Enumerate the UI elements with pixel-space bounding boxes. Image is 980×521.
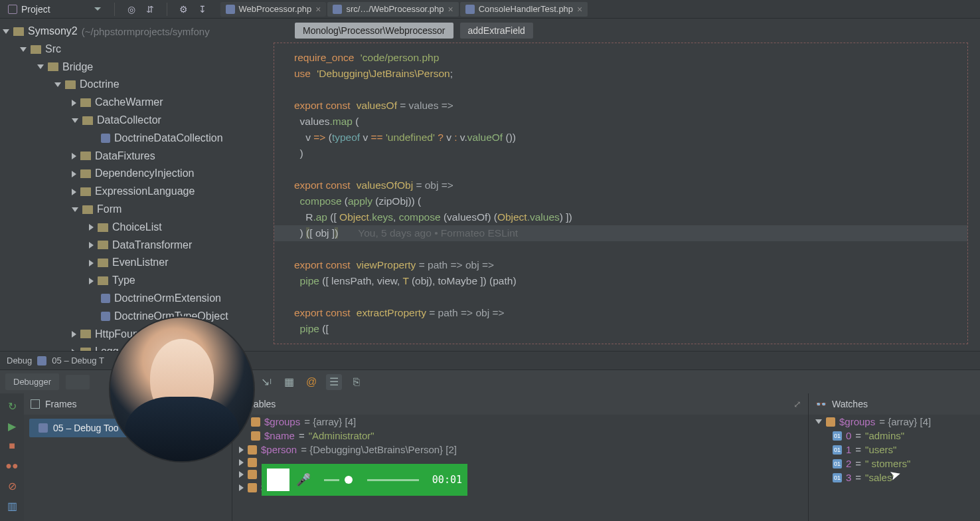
chevron-down-icon[interactable] [37, 64, 44, 69]
breakpoints-icon[interactable]: ●● [6, 460, 18, 472]
breadcrumb-method[interactable]: addExtraField [460, 23, 533, 39]
tree-node[interactable]: Type [0, 272, 262, 290]
tree-node[interactable]: Src [0, 41, 262, 58]
editor-tab[interactable]: WebProcessor.php × [220, 2, 327, 17]
variable-row[interactable]: $person = {Debugging\JetBrains\Person} [… [232, 443, 808, 457]
watches-icon: 👓 [815, 399, 827, 409]
chevron-right-icon[interactable] [239, 459, 244, 466]
tree-label: DataCollector [97, 112, 161, 129]
chevron-right-icon[interactable] [72, 100, 76, 106]
chevron-down-icon [94, 7, 101, 11]
tree-node[interactable]: EvenListner [0, 254, 262, 272]
tree-node[interactable]: Bridge [0, 58, 262, 76]
editor-tab[interactable]: src/…/WebProcessor.php × [327, 2, 458, 17]
console-tab[interactable] [66, 375, 90, 389]
tab-label: src/…/WebProcessor.php [346, 4, 444, 14]
project-selector[interactable]: Project [4, 4, 105, 15]
record-slider[interactable] [324, 479, 419, 481]
project-icon [8, 5, 17, 14]
folder-icon [82, 116, 93, 125]
tree-node[interactable]: Doctrine [0, 76, 262, 94]
variable-row[interactable]: $name = "Administrator" [232, 429, 808, 443]
folder-icon [98, 241, 108, 249]
calculator-icon[interactable]: ▦ [281, 374, 297, 390]
code-area[interactable]: require_once 'code/person.php use 'Debug… [274, 43, 968, 344]
list-icon[interactable]: ☰ [326, 374, 342, 390]
watch-name: $groups [839, 416, 875, 427]
folder-icon [80, 330, 91, 338]
chevron-right-icon[interactable] [72, 171, 76, 177]
tree-node[interactable]: DoctrineDataCollection [0, 130, 262, 148]
chevron-right-icon[interactable] [239, 471, 244, 478]
tree-root[interactable]: Symsony2 (~/phpstormprojects/symfony [0, 23, 262, 41]
watch-root[interactable]: $groups = {array} [4] [809, 415, 980, 429]
chevron-right-icon[interactable] [89, 278, 94, 284]
close-icon[interactable]: × [315, 4, 321, 15]
tree-node[interactable]: ExpressionLanguage [0, 183, 262, 201]
var-name: $groups [264, 416, 300, 427]
php-icon [101, 294, 110, 303]
chevron-down-icon[interactable] [72, 118, 78, 123]
breadcrumb-namespace[interactable]: Monolog\Processor\Webprocessor [295, 23, 453, 39]
close-icon[interactable]: × [577, 4, 582, 15]
layout-icon[interactable]: ▥ [6, 500, 18, 512]
tree-label: ExpressionLanguage [95, 183, 195, 200]
tree-node[interactable]: DoctrineOrmTypeObject [0, 308, 262, 326]
tree-node[interactable]: CacheWarmer [0, 94, 262, 112]
chevron-down-icon[interactable] [72, 207, 78, 212]
folder-icon [80, 187, 91, 196]
chevron-down-icon[interactable] [815, 419, 822, 424]
at-icon[interactable]: @ [303, 374, 319, 390]
tree-node[interactable]: Form [0, 201, 262, 219]
mic-icon[interactable]: 🎤 [296, 472, 311, 487]
php-icon [101, 312, 110, 321]
watch-item[interactable]: 011 = "users" [809, 443, 980, 457]
chevron-right-icon[interactable] [89, 242, 94, 249]
tree-label: DataFixtures [95, 148, 155, 165]
tree-node[interactable]: DataFixtures [0, 148, 262, 165]
variable-row[interactable]: $groups = {array} [4] [232, 415, 808, 429]
target-icon[interactable]: ◎ [124, 2, 139, 17]
tree-node[interactable]: DependencyInjection [0, 165, 262, 183]
chevron-right-icon[interactable] [89, 260, 94, 266]
panel-title: Watches [832, 399, 868, 409]
resume-icon[interactable]: ▶ [6, 420, 18, 432]
mute-icon[interactable]: ⊘ [6, 480, 18, 492]
sort-icon[interactable]: ↧ [195, 2, 210, 17]
watch-item[interactable]: 010 = "admins" [809, 429, 980, 443]
expand-icon[interactable]: ⤢ [793, 399, 801, 409]
chevron-down-icon[interactable] [3, 29, 9, 34]
folder-icon [82, 205, 93, 214]
stop-icon[interactable]: ■ [6, 440, 18, 452]
rerun-icon[interactable]: ↻ [6, 400, 18, 412]
tree-node[interactable]: ChoiceList [0, 219, 262, 237]
tree-node[interactable]: DoctrineOrmExtension [0, 290, 262, 308]
code-editor[interactable]: Monolog\Processor\Webprocessor addExtraF… [262, 19, 980, 351]
tab-label: WebProcessor.php [239, 4, 312, 14]
step-into-icon[interactable]: ↘I [258, 374, 274, 390]
debugger-tab[interactable]: Debugger [5, 373, 59, 390]
clipboard-icon[interactable]: ⎘ [349, 374, 365, 390]
chevron-down-icon[interactable] [20, 47, 27, 52]
tree-node[interactable]: DataTransformer [0, 237, 262, 255]
project-tree: Symsony2 (~/phpstormprojects/symfony Src… [0, 19, 262, 351]
folder-icon [31, 45, 41, 54]
webcam-overlay [109, 316, 255, 463]
editor-tab[interactable]: ConsoleHandlerTest.php × [460, 2, 588, 17]
chevron-right-icon[interactable] [72, 189, 76, 195]
gear-icon[interactable]: ⚙ [177, 2, 191, 17]
chevron-right-icon[interactable] [72, 349, 76, 351]
close-icon[interactable]: × [448, 4, 453, 15]
tree-node[interactable]: DataCollector [0, 112, 262, 130]
var-icon [248, 483, 257, 492]
tree-label: Src [45, 41, 61, 58]
collapse-icon[interactable]: ⇵ [143, 2, 157, 17]
chevron-right-icon[interactable] [239, 484, 244, 491]
var-value: "Administrator" [309, 430, 374, 441]
chevron-right-icon[interactable] [72, 153, 76, 159]
chevron-right-icon[interactable] [239, 447, 244, 453]
chevron-right-icon[interactable] [89, 224, 94, 231]
chevron-right-icon[interactable] [72, 331, 76, 338]
chevron-down-icon[interactable] [54, 82, 61, 87]
stop-record-button[interactable] [267, 469, 289, 491]
